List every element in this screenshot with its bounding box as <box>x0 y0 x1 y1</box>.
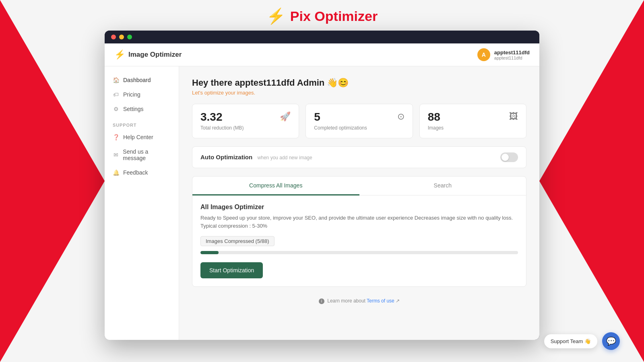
sidebar-item-help-center[interactable]: ❓ Help Center <box>105 130 179 144</box>
progress-bar-fill <box>200 251 219 254</box>
stat-value-images: 88 <box>428 111 444 123</box>
sidebar-label-pricing: Pricing <box>123 91 140 98</box>
sidebar-label-feedback: Feedback <box>123 169 148 176</box>
app-header-title: Image Optimizer <box>128 51 182 59</box>
sidebar-item-pricing[interactable]: 🏷 Pricing <box>105 87 179 102</box>
support-widget: Support Team 👋 💬 <box>544 332 620 350</box>
terms-of-use-link[interactable]: Terms of use <box>367 298 394 304</box>
app-header-left: ⚡ Image Optimizer <box>114 49 182 60</box>
user-info: apptest111dfd apptest111dfd <box>494 49 530 60</box>
greeting-title: Hey there apptest111dfd Admin 👋😊 <box>192 78 526 88</box>
chat-icon: 💬 <box>606 336 616 346</box>
app-body: 🏠 Dashboard 🏷 Pricing ⚙ Settings SUPPORT… <box>105 66 539 340</box>
window-maximize-dot[interactable] <box>127 35 132 39</box>
send-message-icon: ✉ <box>113 152 119 158</box>
sidebar-item-feedback[interactable]: 🔔 Feedback <box>105 165 179 180</box>
tabs-container: Compress All Images Search All Images Op… <box>192 176 526 287</box>
tabs-header: Compress All Images Search <box>192 177 526 195</box>
stat-card-optimizations: 5 Completed optimizations ⊙ <box>305 104 413 138</box>
stat-label-images: Images <box>428 125 444 131</box>
tab-compress-images[interactable]: Compress All Images <box>192 177 359 195</box>
app-header: ⚡ Image Optimizer A apptest111dfd apptes… <box>105 43 539 66</box>
stat-icon-images: 🖼 <box>509 111 518 122</box>
user-avatar: A <box>477 48 490 61</box>
stat-value-reduction: 3.32 <box>200 111 244 123</box>
footer-learn-more-text: Learn more about <box>327 298 367 304</box>
tab-search[interactable]: Search <box>359 177 526 195</box>
external-link-icon: ↗ <box>396 298 400 304</box>
brand-title: Pix Optimizer <box>290 8 378 24</box>
window-minimize-dot[interactable] <box>119 35 124 39</box>
sidebar-label-dashboard: Dashboard <box>123 77 151 83</box>
sidebar-label-send-message: Send us a message <box>123 148 171 161</box>
main-content: Hey there apptest111dfd Admin 👋😊 Let's o… <box>179 66 539 340</box>
stats-row: 3.32 Total reduction (MB) 🚀 5 Completed … <box>192 104 526 138</box>
stat-card-reduction: 3.32 Total reduction (MB) 🚀 <box>192 104 299 138</box>
support-section-label: SUPPORT <box>105 116 179 130</box>
auto-optimization-bar: Auto Optimization when you add new image <box>192 146 526 168</box>
window-titlebar <box>105 31 539 43</box>
settings-icon: ⚙ <box>113 106 119 112</box>
app-window: ⚡ Image Optimizer A apptest111dfd apptes… <box>105 31 539 340</box>
info-icon: i <box>319 298 324 304</box>
stat-icon-optimizations: ⊙ <box>397 111 405 122</box>
greeting-subtitle: Let's optimize your images. <box>192 90 526 96</box>
app-header-bolt-icon: ⚡ <box>114 49 125 60</box>
support-bubble: Support Team 👋 <box>544 334 597 348</box>
stat-value-optimizations: 5 <box>314 111 367 123</box>
sidebar-label-settings: Settings <box>123 106 144 112</box>
tab-content-compress: All Images Optimizer Ready to Speed up y… <box>192 195 526 286</box>
optimizer-title: All Images Optimizer <box>200 204 518 211</box>
optimizer-desc: Ready to Speed up your store, improve yo… <box>200 214 518 230</box>
pricing-icon: 🏷 <box>113 91 119 98</box>
sidebar-item-send-message[interactable]: ✉ Send us a message <box>105 144 179 165</box>
sidebar-item-settings[interactable]: ⚙ Settings <box>105 102 179 116</box>
sidebar-label-help-center: Help Center <box>123 134 153 140</box>
auto-opt-label: Auto Optimization <box>200 154 252 160</box>
dashboard-icon: 🏠 <box>113 77 119 83</box>
support-chat-button[interactable]: 💬 <box>602 332 620 350</box>
sidebar-item-dashboard[interactable]: 🏠 Dashboard <box>105 73 179 87</box>
auto-opt-sublabel: when you add new image <box>258 155 312 160</box>
user-badge: A apptest111dfd apptest111dfd <box>477 48 530 61</box>
stat-label-reduction: Total reduction (MB) <box>200 125 244 131</box>
images-compressed-badge: Images Compressed (5/88) <box>200 236 275 246</box>
window-close-dot[interactable] <box>111 35 116 39</box>
user-email: apptest111dfd <box>494 56 530 60</box>
progress-bar-track <box>200 251 518 254</box>
stat-card-images: 88 Images 🖼 <box>419 104 526 138</box>
brand-bolt-icon: ⚡ <box>266 7 285 25</box>
help-center-icon: ❓ <box>113 134 119 140</box>
user-display-name: apptest111dfd <box>494 49 530 56</box>
auto-opt-toggle[interactable] <box>500 152 518 162</box>
stat-icon-reduction: 🚀 <box>280 111 291 122</box>
footer-area: i Learn more about Terms of use ↗ <box>192 293 526 309</box>
start-optimization-button[interactable]: Start Optimization <box>200 262 263 278</box>
stat-label-optimizations: Completed optimizations <box>314 125 367 131</box>
feedback-icon: 🔔 <box>113 169 119 176</box>
sidebar: 🏠 Dashboard 🏷 Pricing ⚙ Settings SUPPORT… <box>105 66 179 340</box>
